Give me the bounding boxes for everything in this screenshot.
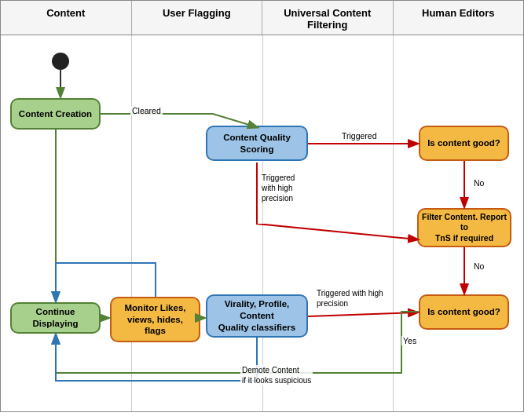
- start-node: [52, 53, 69, 70]
- virality-profile-node: Virality, Profile, ContentQuality classi…: [206, 294, 308, 338]
- no-1-label: No: [472, 178, 486, 188]
- content-quality-scoring-node: Content Quality Scoring: [206, 126, 308, 161]
- demote-label: Demote Contentif it looks suspicious: [240, 365, 313, 385]
- continue-displaying-node: Continue Displaying: [10, 302, 101, 334]
- col-header-ucf: Universal ContentFiltering: [262, 1, 394, 35]
- is-content-good-1-node: Is content good?: [419, 126, 509, 161]
- no-2-label: No: [472, 261, 486, 271]
- triggered-high-precision-2-label: Triggered with highprecision: [315, 288, 390, 309]
- svg-line-5: [308, 312, 417, 316]
- filter-content-node: Filter Content. Report toTnS if required: [417, 208, 511, 247]
- yes-label: Yes: [401, 336, 418, 345]
- col-header-content: Content: [1, 1, 132, 35]
- diagram-container: Content User Flagging Universal ContentF…: [0, 0, 524, 420]
- triggered-high-precision-1-label: Triggeredwith highprecision: [260, 173, 296, 203]
- monitor-likes-node: Monitor Likes,views, hides,flags: [110, 297, 200, 342]
- triggered-label: Triggered: [340, 131, 379, 141]
- is-content-good-2-node: Is content good?: [419, 294, 509, 330]
- content-creation-node: Content Creation: [10, 98, 101, 130]
- cleared-label: Cleared: [130, 106, 163, 115]
- col-header-human-editors: Human Editors: [394, 1, 524, 35]
- col-header-user-flagging: User Flagging: [132, 1, 263, 35]
